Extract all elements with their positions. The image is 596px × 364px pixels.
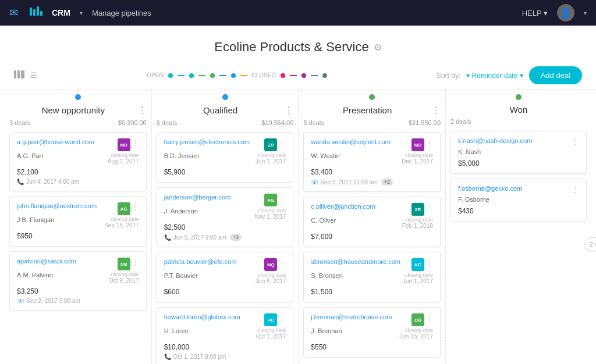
card-avatar: AG	[118, 202, 130, 215]
card-avatar: ZR	[264, 138, 277, 151]
col-deals-count: 5 deals	[303, 119, 324, 126]
deal-card: barry.jensen@electronics.com ZR ⋮ B.D. J…	[157, 132, 294, 183]
card-menu-icon[interactable]: ⋮	[425, 138, 433, 147]
sort-value[interactable]: ▾ Reminder date ▾	[466, 72, 523, 80]
col-dot-line	[157, 90, 294, 102]
col-deals-count: 6 deals	[157, 119, 177, 126]
card-avatar: AG	[264, 194, 277, 206]
card-amount: $3,400	[311, 168, 433, 176]
footer-icon: 📞	[164, 354, 171, 360]
footer-text: Sep 5, 2017 11:00 am	[320, 179, 377, 185]
card-menu-icon[interactable]: ⋮	[132, 258, 139, 266]
card-closing-date: Nov 1, 2017	[254, 213, 286, 220]
track-dot-2	[189, 73, 194, 78]
col-menu-icon[interactable]: ⋮	[137, 105, 147, 116]
add-deal-button[interactable]: Add deal	[529, 66, 582, 84]
card-amount: $950	[17, 232, 139, 240]
card-amount: $550	[311, 343, 433, 351]
card-footer: 📞 Jun 5, 2017 9:00 am +3	[164, 234, 286, 241]
card-email[interactable]: sbronsen@houseandmore.com	[311, 258, 409, 265]
card-menu-icon[interactable]: ⋮	[278, 194, 286, 202]
card-menu-icon[interactable]: ⋮	[572, 137, 579, 146]
card-avatar: DB	[411, 313, 424, 326]
track-dot-6	[301, 73, 306, 78]
col-dot	[369, 94, 375, 100]
crm-label[interactable]: CRM	[52, 8, 70, 17]
deal-card: a.g.parr@house-world.com MD ⋮ A.G. Parr …	[9, 132, 147, 191]
card-email[interactable]: john.flanigan@nextrom.com	[17, 202, 115, 209]
pipeline-track: OPEN CLOSED	[37, 72, 437, 78]
card-name: S. Bronsen	[311, 272, 342, 279]
more-columns-button[interactable]: 2 ›	[584, 237, 596, 251]
col-title: Qualified	[157, 105, 285, 115]
card-name: J. Anderson	[164, 208, 198, 215]
footer-text: Jun 4, 2017 4:00 pm	[26, 179, 79, 185]
list-view-icon[interactable]: ☰	[30, 71, 37, 80]
page-header: Ecoline Products & Service ⚙	[0, 26, 596, 62]
card-avatar: MD	[118, 138, 130, 151]
card-email[interactable]: patricia.bouvier@efd.com	[164, 258, 262, 265]
card-closing-date: Sep 15, 2017	[104, 222, 139, 229]
card-email[interactable]: howard.loren@globex.com	[164, 313, 262, 320]
col-stats: 2 deals	[450, 117, 587, 131]
card-email[interactable]: k.nash@nash-design.com	[458, 137, 570, 144]
svg-rect-3	[40, 11, 42, 16]
card-amount: $3,250	[17, 287, 139, 295]
card-email[interactable]: janderson@berger.com	[164, 194, 262, 201]
card-name: A.M. Palvino	[17, 272, 53, 279]
card-closing-date: Oct 9, 2017	[109, 277, 139, 284]
track-dot-5	[281, 73, 285, 78]
avatar[interactable]: 👤	[557, 4, 574, 22]
card-menu-icon[interactable]: ⋮	[425, 313, 433, 322]
col-title-row: Qualified ⋮	[157, 102, 294, 118]
card-amount: $2,100	[17, 168, 139, 176]
card-email[interactable]: a.g.parr@house-world.com	[17, 138, 115, 145]
card-footer: 📞 Jun 4, 2017 4:00 pm	[17, 179, 139, 185]
help-link[interactable]: HELP ▾	[522, 9, 548, 17]
card-email[interactable]: c.olliver@junction.com	[311, 203, 409, 210]
card-amount: $2,500	[164, 223, 286, 231]
card-avatar: ZR	[411, 203, 424, 216]
card-email[interactable]: j.brennan@metrohouse.com	[311, 313, 409, 320]
kanban-view-icon[interactable]	[14, 70, 24, 80]
card-name: J. Brennan	[311, 327, 342, 334]
card-closing-date: Jun 15, 2017	[399, 333, 433, 340]
card-email[interactable]: barry.jensen@electronics.com	[164, 138, 262, 145]
track-dot-7	[322, 73, 327, 78]
col-menu-icon[interactable]: ⋮	[284, 105, 293, 116]
card-menu-icon[interactable]: ⋮	[132, 202, 139, 211]
col-title: Won	[450, 105, 587, 115]
manage-pipelines-link[interactable]: Manage pipelines	[92, 9, 151, 17]
card-footer: 📞 Oct 1, 2017 8:00 pm	[164, 354, 286, 360]
footer-icon: 📞	[164, 234, 171, 241]
app-icon	[30, 6, 42, 20]
card-name: W. Westin	[311, 152, 339, 159]
card-menu-icon[interactable]: ⋮	[132, 138, 139, 147]
deal-card: sbronsen@houseandmore.com KC ⋮ S. Bronse…	[303, 252, 441, 302]
card-closing-date: Jun 1, 2017	[256, 158, 286, 165]
card-email[interactable]: apalvino@saspi.com	[17, 258, 115, 265]
col-title-row: Presentation ⋮	[303, 102, 441, 118]
card-menu-icon[interactable]: ⋮	[425, 258, 433, 267]
gear-icon[interactable]: ⚙	[374, 42, 382, 53]
col-menu-icon[interactable]: ⋮	[431, 105, 441, 116]
column-new-opportunity: New opportunity ⋮ 3 deals $6,300.00 a.g.…	[5, 90, 152, 364]
card-avatar: MD	[411, 138, 424, 151]
badge-plus: +3	[230, 234, 242, 241]
col-deals-count: 2 deals	[450, 118, 471, 125]
card-email[interactable]: wanda.westin@soylent.com	[311, 138, 409, 145]
card-menu-icon[interactable]: ⋮	[572, 185, 579, 194]
card-menu-icon[interactable]: ⋮	[278, 138, 286, 147]
svg-rect-4	[14, 70, 16, 78]
card-name: A.G. Parr	[17, 152, 44, 159]
kanban-board: New opportunity ⋮ 3 deals $6,300.00 a.g.…	[0, 90, 596, 364]
card-menu-icon[interactable]: ⋮	[278, 258, 286, 267]
card-menu-icon[interactable]: ⋮	[278, 313, 286, 322]
card-menu-icon[interactable]: ⋮	[425, 203, 433, 212]
footer-text: Sep 2, 2017 9:00 am	[26, 298, 80, 304]
card-email[interactable]: f.osborne@gekko.com	[458, 185, 570, 192]
closed-label: CLOSED	[252, 72, 276, 78]
card-amount: $7,000	[311, 233, 433, 241]
avatar-arrow[interactable]: ▾	[584, 10, 587, 16]
crm-arrow[interactable]: ▾	[80, 10, 83, 16]
